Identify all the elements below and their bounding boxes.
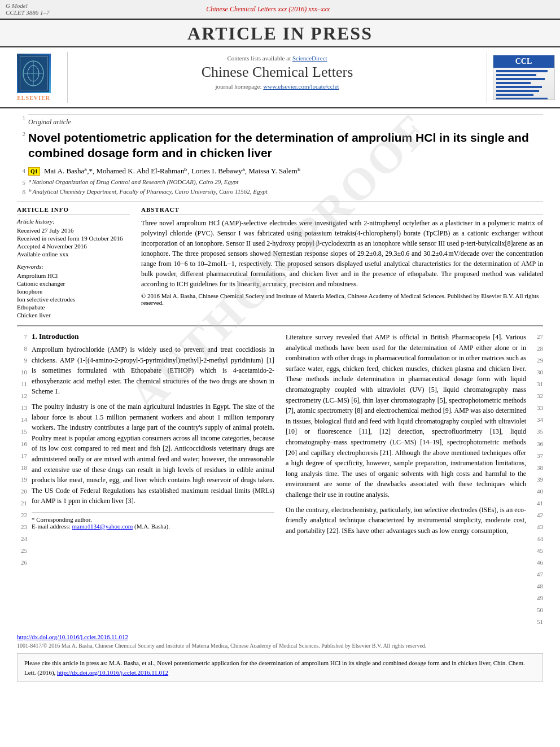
left-line-numbers: 7 8 9 10 11 12 13 14 15 16 17 18 19 20 2…	[17, 332, 27, 570]
lnum-14: 14	[17, 415, 27, 425]
ccl-logo-area: CCL	[487, 52, 560, 103]
author-names: Mai A. Bashaᵃ,*, Mohamed K. Abd El-Rahma…	[44, 167, 301, 175]
lnum-18: 18	[17, 463, 27, 473]
rnum-28: 28	[531, 344, 543, 353]
intro-heading: 1. Introduction	[32, 332, 274, 341]
abstract-heading: ABSTRACT	[141, 206, 543, 215]
corresponding-note: * Corresponding author.	[32, 516, 274, 523]
rnum-48: 48	[531, 582, 543, 591]
lnum-13: 13	[17, 403, 27, 413]
article-type: Original article	[28, 114, 543, 126]
lnum-23: 23	[17, 522, 27, 532]
rnum-36: 36	[531, 439, 543, 449]
rnum-43: 43	[531, 522, 543, 532]
footer-doi: http://dx.doi.org/10.1016/j.cclet.2016.1…	[17, 634, 543, 640]
article-info-heading: ARTICLE INFO	[17, 206, 130, 215]
rnum-34: 34	[531, 415, 543, 425]
lnum-9: 9	[17, 356, 27, 365]
science-direct-link[interactable]: ScienceDirect	[292, 55, 327, 62]
journal-header-center: Contents lists available at ScienceDirec…	[68, 52, 487, 103]
rnum-39: 39	[531, 475, 543, 484]
keyword-4: Ion selective electrodes	[17, 296, 130, 303]
line-1: 1	[17, 114, 28, 121]
body-divider	[17, 325, 543, 326]
elsevier-wordmark: ELSEVIER	[17, 95, 50, 101]
rnum-45: 45	[531, 546, 543, 556]
article-info-col: ARTICLE INFO Article history: Received 2…	[17, 206, 130, 320]
keyword-2: Cationic exchanger	[17, 280, 130, 287]
revised-date: Received in revised form 19 October 2016	[17, 235, 130, 242]
doi-link[interactable]: http://dx.doi.org/10.1016/j.cclet.2016.1…	[17, 634, 128, 640]
rnum-31: 31	[531, 379, 543, 389]
accepted-date: Accepted 4 November 2016	[17, 243, 130, 250]
aip-title: ARTICLE IN PRESS	[0, 23, 560, 44]
keywords-label: Keywords:	[17, 263, 130, 270]
ccl-logo: CCL	[493, 55, 555, 100]
body-right-col: Literature survey revealed that AMP is o…	[286, 332, 543, 629]
science-direct-line: Contents lists available at ScienceDirec…	[79, 55, 475, 62]
keyword-1: Amprolium HCl	[17, 272, 130, 279]
rnum-33: 33	[531, 403, 543, 413]
article-type-section: 1 Original article	[17, 114, 543, 129]
journal-title: Chinese Chemical Letters	[79, 64, 475, 81]
right-para-2: On the contrary, electrochemistry, parti…	[286, 505, 526, 536]
history-label: Article history:	[17, 218, 130, 225]
affil1-section: 5 ᵃ National Organization of Drug Contro…	[17, 178, 543, 187]
title-section: 2 Novel potentiometric application for t…	[17, 130, 543, 165]
email-note: E-mail address: mamo1134@yahoo.com (M.A.…	[32, 523, 274, 530]
authors-section: 4 Q1 Mai A. Bashaᵃ,*, Mohamed K. Abd El-…	[17, 167, 543, 178]
model-code: G Model CCLET 3886 1–7	[6, 2, 49, 16]
right-line-numbers: 27 28 29 30 31 32 33 34 35 36 37 38 39 4…	[531, 332, 543, 629]
authors: Q1 Mai A. Bashaᵃ,*, Mohamed K. Abd El-Ra…	[28, 167, 543, 176]
lnum-8: 8	[17, 344, 27, 353]
header-divider	[17, 201, 543, 202]
body-right-text: Literature survey revealed that AMP is o…	[286, 332, 526, 629]
citation-box: Please cite this article in press as: M.…	[17, 653, 543, 682]
lnum-21: 21	[17, 499, 27, 508]
rnum-29: 29	[531, 356, 543, 365]
rnum-37: 37	[531, 451, 543, 461]
body-left-col: 7 8 9 10 11 12 13 14 15 16 17 18 19 20 2…	[17, 332, 274, 629]
intro-para-1: Amprolium hydrochloride (AMP) is widely …	[32, 344, 274, 397]
footnote-area: * Corresponding author. E-mail address: …	[32, 512, 274, 530]
lnum-10: 10	[17, 368, 27, 377]
line-4: 4	[17, 167, 28, 174]
svg-rect-0	[18, 55, 49, 92]
abstract-col: ABSTRACT Three novel amprolium HCl (AMP)…	[141, 206, 543, 320]
svg-point-1	[23, 61, 43, 86]
lnum-17: 17	[17, 451, 27, 461]
line-6: 6	[17, 188, 28, 195]
lnum-24: 24	[17, 534, 27, 544]
email-link[interactable]: mamo1134@yahoo.com	[72, 523, 133, 530]
journal-header: ELSEVIER Contents lists available at Sci…	[0, 47, 560, 108]
affiliation-2: ᵇ Analytical Chemistry Department, Facul…	[28, 188, 543, 195]
keyword-3: Ionophore	[17, 288, 130, 295]
keyword-6: Chicken liver	[17, 312, 130, 318]
body-left-text: 1. Introduction Amprolium hydrochloride …	[32, 332, 274, 570]
citation-doi-link[interactable]: http://dx.doi.org/10.1016/j.cclet.2016.1…	[57, 669, 168, 676]
rnum-46: 46	[531, 558, 543, 567]
ccl-logo-abbrev: CCL	[493, 55, 554, 68]
rnum-51: 51	[531, 617, 543, 627]
aip-banner: ARTICLE IN PRESS	[0, 19, 560, 47]
affil2-section: 6 ᵇ Analytical Chemistry Department, Fac…	[17, 188, 543, 196]
lnum-15: 15	[17, 427, 27, 436]
rnum-38: 38	[531, 463, 543, 473]
rnum-32: 32	[531, 391, 543, 401]
lnum-19: 19	[17, 475, 27, 484]
svg-point-2	[28, 65, 39, 81]
journal-homepage-link[interactable]: www.elsevier.com/locate/cclet	[263, 83, 339, 90]
available-online: Available online xxx	[17, 251, 130, 257]
journal-homepage: journal homepage: www.elsevier.com/locat…	[79, 83, 475, 90]
elsevier-logo-area: ELSEVIER	[0, 52, 68, 103]
abstract-text: Three novel amprolium HCl (AMP)-selectiv…	[141, 218, 543, 289]
ccl-logo-content	[493, 68, 554, 100]
rnum-30: 30	[531, 368, 543, 377]
affiliation-1: ᵃ National Organization of Drug Control …	[28, 178, 543, 186]
rnum-35: 35	[531, 427, 543, 436]
received-date: Received 27 July 2016	[17, 227, 130, 234]
lnum-22: 22	[17, 510, 27, 520]
rnum-27: 27	[531, 332, 543, 342]
lnum-20: 20	[17, 487, 27, 496]
rnum-47: 47	[531, 570, 543, 579]
